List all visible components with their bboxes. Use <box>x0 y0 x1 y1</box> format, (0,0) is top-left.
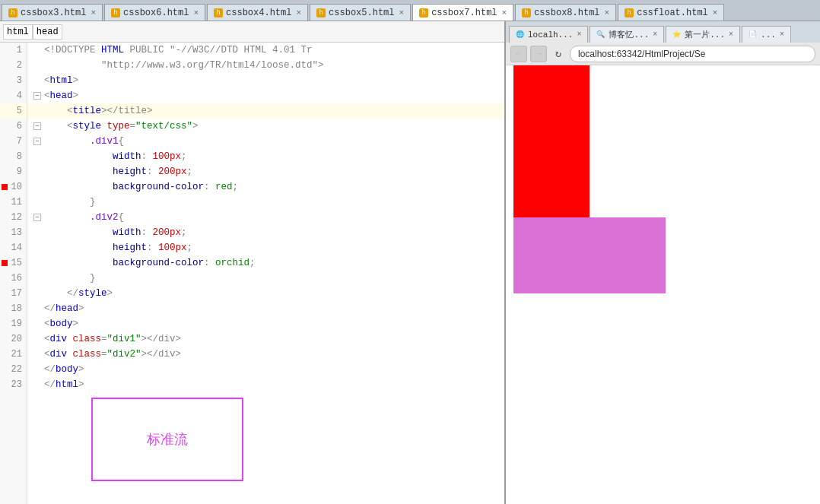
line-number: 2 <box>0 58 27 73</box>
code-token: ></div> <box>141 334 182 344</box>
code-token: div <box>50 334 68 344</box>
line-number: 19 <box>0 316 27 331</box>
tab-cssbox8[interactable]: h cssbox8.html × <box>515 4 616 21</box>
code-token: .div2 <box>44 212 119 223</box>
code-line: <div class="div2"></div> <box>27 347 504 362</box>
code-token: < <box>44 334 50 344</box>
tab-close[interactable]: × <box>296 8 301 17</box>
forward-button[interactable]: → <box>530 46 547 62</box>
tab-cssbox5[interactable]: h cssbox5.html × <box>310 4 411 21</box>
tab-close[interactable]: × <box>713 8 718 17</box>
browser-tab-blog[interactable]: 🔍 博客忆... × <box>590 26 664 43</box>
code-token: ; <box>187 166 193 177</box>
browser-tab-close[interactable]: × <box>653 30 657 39</box>
tab-close[interactable]: × <box>91 8 96 17</box>
line-number: 13 <box>0 225 27 240</box>
tab-cssbox3[interactable]: h cssbox3.html × <box>2 4 103 21</box>
tab-label: cssbox7.html <box>431 8 497 18</box>
browser-tab-label: 第一片... <box>685 29 725 40</box>
tab-cssbox4[interactable]: h cssbox4.html × <box>207 4 308 21</box>
code-line: <title></title> <box>27 103 504 119</box>
code-token: > <box>192 121 199 132</box>
browser-tab-local[interactable]: 🌐 localh... × <box>509 26 588 43</box>
tab-close[interactable]: × <box>605 8 610 17</box>
tab-cssfloat[interactable]: h cssfloat.html × <box>618 4 724 21</box>
code-token: HTML <box>101 45 124 55</box>
code-token: > <box>107 288 113 299</box>
back-button[interactable]: ← <box>510 46 527 62</box>
expand-button[interactable]: − <box>33 214 41 221</box>
code-token: body <box>56 364 78 375</box>
code-token: : <box>204 182 215 192</box>
favicon-icon: 🌐 <box>516 30 525 40</box>
code-line: <body> <box>27 316 504 331</box>
browser-tab-extra[interactable]: 📄 ... × <box>742 26 791 43</box>
breadcrumb-html[interactable]: html <box>3 24 33 40</box>
line-number: 3 <box>0 73 27 88</box>
line-number: 12 <box>0 210 27 225</box>
browser-tab-close[interactable]: × <box>577 30 581 39</box>
refresh-button[interactable]: ↻ <box>550 46 567 62</box>
tab-cssbox6[interactable]: h cssbox6.html × <box>104 4 205 21</box>
line-number: 23 <box>0 377 27 392</box>
line-number: 5 <box>0 103 27 119</box>
code-editor: html head 123456789101112131415161718192… <box>0 21 506 504</box>
line-number: 22 <box>0 362 27 377</box>
code-token: <!DOCTYPE <box>44 45 101 55</box>
breadcrumb-head[interactable]: head <box>33 24 62 40</box>
tab-cssbox7[interactable]: h cssbox7.html × <box>412 4 513 21</box>
file-icon: h <box>8 8 17 17</box>
tab-close[interactable]: × <box>399 8 405 17</box>
code-token: ; <box>181 227 187 238</box>
code-token: "http://www.w3.org/TR/html4/loose.dtd"> <box>44 60 324 71</box>
expand-button[interactable]: − <box>33 138 41 145</box>
code-token: < <box>44 75 50 86</box>
code-line: − .div1{ <box>27 134 504 149</box>
expand-button[interactable]: − <box>33 122 41 130</box>
code-token: ></div> <box>141 349 182 360</box>
line-number: 17 <box>0 286 27 301</box>
expand-button[interactable]: − <box>33 92 41 100</box>
tab-close[interactable]: × <box>502 8 507 17</box>
browser-tab-first[interactable]: ⭐ 第一片... × <box>666 26 740 43</box>
code-token: = <box>101 334 107 344</box>
orchid-box <box>513 217 666 293</box>
code-token: = <box>130 121 136 132</box>
code-token: "div1" <box>107 334 141 344</box>
browser-content <box>506 65 820 504</box>
tab-label: cssbox6.html <box>123 8 189 18</box>
line-number: 9 <box>0 164 27 179</box>
browser-tab-bar: 🌐 localh... × 🔍 博客忆... × ⭐ 第一片... × 📄 ..… <box>506 21 820 43</box>
code-token: : <box>141 151 153 162</box>
url-bar[interactable] <box>570 46 815 62</box>
code-line: background-color: red; <box>27 179 504 195</box>
code-token: < <box>44 121 73 132</box>
line-number: 16 <box>0 271 27 286</box>
code-line: } <box>27 271 504 286</box>
code-line: <!DOCTYPE HTML PUBLIC "-//W3C//DTD HTML … <box>27 43 504 58</box>
code-line: "http://www.w3.org/TR/html4/loose.dtd"> <box>27 58 504 73</box>
tab-label: cssbox3.html <box>21 8 86 18</box>
code-line: </style> <box>27 286 504 301</box>
code-token: "div2" <box>107 349 141 360</box>
code-token: </ <box>44 379 56 390</box>
code-token: : <box>204 258 215 268</box>
code-token: > <box>78 364 84 375</box>
file-icon: h <box>214 8 223 17</box>
code-token: </ <box>44 303 56 314</box>
line-number: 4 <box>0 88 27 103</box>
browser-tab-label: 博客忆... <box>609 29 649 40</box>
code-token: background-color <box>44 182 204 192</box>
code-token: < <box>44 90 50 101</box>
favicon-icon: ⭐ <box>672 30 682 40</box>
code-token: body <box>50 319 73 329</box>
tab-close[interactable]: × <box>193 8 199 17</box>
code-line: <html> <box>27 73 504 88</box>
browser-tab-close[interactable]: × <box>780 30 784 39</box>
line-number: 18 <box>0 301 27 316</box>
code-token: background-color <box>44 258 204 268</box>
code-line: background-color: orchid; <box>27 255 504 271</box>
browser-tab-close[interactable]: × <box>729 30 733 39</box>
code-token: 100px <box>153 151 182 162</box>
browser-tab-label: ... <box>761 30 776 40</box>
